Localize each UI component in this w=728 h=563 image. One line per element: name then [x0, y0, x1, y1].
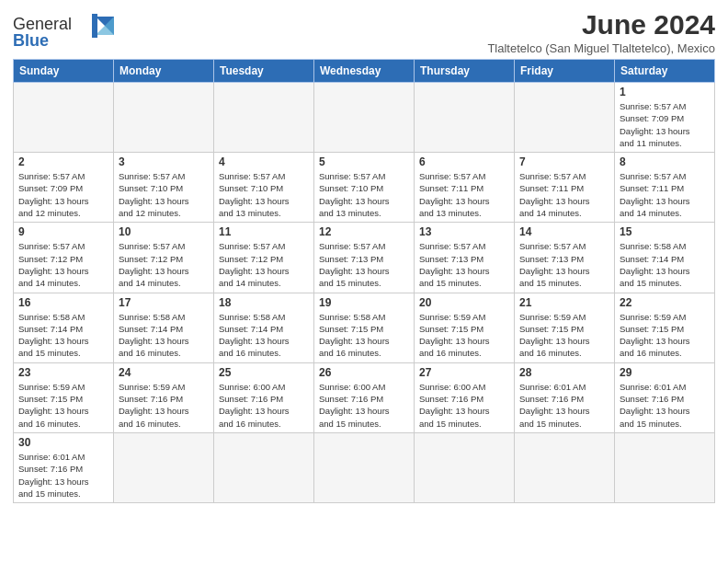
calendar-week-row: 2Sunrise: 5:57 AMSunset: 7:09 PMDaylight… — [14, 153, 715, 223]
day-info: Sunrise: 5:57 AMSunset: 7:10 PMDaylight:… — [119, 170, 209, 219]
day-info: Sunrise: 5:57 AMSunset: 7:10 PMDaylight:… — [219, 170, 309, 219]
calendar-day-cell: 3Sunrise: 5:57 AMSunset: 7:10 PMDaylight… — [114, 153, 214, 223]
day-number: 13 — [419, 225, 509, 238]
day-info: Sunrise: 5:59 AMSunset: 7:15 PMDaylight:… — [18, 381, 108, 430]
calendar-day-cell: 23Sunrise: 5:59 AMSunset: 7:15 PMDayligh… — [14, 362, 114, 432]
day-info: Sunrise: 5:58 AMSunset: 7:14 PMDaylight:… — [219, 311, 309, 360]
calendar-day-cell: 22Sunrise: 5:59 AMSunset: 7:15 PMDayligh… — [615, 293, 715, 362]
day-number: 6 — [419, 155, 509, 168]
calendar-day-cell: 26Sunrise: 6:00 AMSunset: 7:16 PMDayligh… — [314, 362, 415, 432]
day-number: 15 — [620, 225, 710, 238]
day-number: 7 — [519, 155, 609, 168]
day-info: Sunrise: 5:57 AMSunset: 7:09 PMDaylight:… — [620, 100, 710, 149]
day-info: Sunrise: 5:57 AMSunset: 7:09 PMDaylight:… — [18, 170, 108, 219]
calendar-week-row: 1Sunrise: 5:57 AMSunset: 7:09 PMDaylight… — [14, 83, 715, 153]
weekday-header: Thursday — [415, 60, 515, 83]
calendar-day-cell: 8Sunrise: 5:57 AMSunset: 7:11 PMDaylight… — [615, 153, 715, 223]
day-number: 10 — [119, 225, 209, 238]
header: General Blue June 2024 Tlaltetelco (San … — [13, 9, 715, 55]
day-info: Sunrise: 5:58 AMSunset: 7:14 PMDaylight:… — [18, 311, 108, 360]
day-info: Sunrise: 6:01 AMSunset: 7:16 PMDaylight:… — [18, 451, 108, 500]
day-number: 29 — [620, 366, 710, 379]
calendar-week-row: 23Sunrise: 5:59 AMSunset: 7:15 PMDayligh… — [14, 362, 715, 432]
day-info: Sunrise: 6:00 AMSunset: 7:16 PMDaylight:… — [219, 381, 309, 430]
calendar-day-cell: 16Sunrise: 5:58 AMSunset: 7:14 PMDayligh… — [14, 293, 114, 362]
day-number: 26 — [319, 366, 409, 379]
day-number: 19 — [319, 296, 409, 309]
day-number: 11 — [219, 225, 309, 238]
logo: General Blue — [13, 9, 114, 53]
day-info: Sunrise: 5:57 AMSunset: 7:13 PMDaylight:… — [319, 240, 409, 289]
day-info: Sunrise: 6:01 AMSunset: 7:16 PMDaylight:… — [620, 381, 710, 430]
day-info: Sunrise: 5:59 AMSunset: 7:15 PMDaylight:… — [519, 311, 609, 360]
day-number: 8 — [620, 155, 710, 168]
calendar-day-cell: 24Sunrise: 5:59 AMSunset: 7:16 PMDayligh… — [114, 362, 214, 432]
svg-rect-4 — [92, 14, 97, 38]
day-info: Sunrise: 5:59 AMSunset: 7:15 PMDaylight:… — [620, 311, 710, 360]
calendar-day-cell: 17Sunrise: 5:58 AMSunset: 7:14 PMDayligh… — [114, 293, 214, 362]
day-number: 25 — [219, 366, 309, 379]
calendar-day-cell: 13Sunrise: 5:57 AMSunset: 7:13 PMDayligh… — [415, 223, 515, 293]
calendar-day-cell — [114, 83, 214, 153]
day-info: Sunrise: 6:00 AMSunset: 7:16 PMDaylight:… — [319, 381, 409, 430]
calendar-table: SundayMondayTuesdayWednesdayThursdayFrid… — [13, 59, 715, 503]
calendar-day-cell: 1Sunrise: 5:57 AMSunset: 7:09 PMDaylight… — [615, 83, 715, 153]
calendar-day-cell: 4Sunrise: 5:57 AMSunset: 7:10 PMDaylight… — [214, 153, 314, 223]
calendar-day-cell: 21Sunrise: 5:59 AMSunset: 7:15 PMDayligh… — [515, 293, 615, 362]
day-info: Sunrise: 5:59 AMSunset: 7:16 PMDaylight:… — [119, 381, 209, 430]
calendar-day-cell: 7Sunrise: 5:57 AMSunset: 7:11 PMDaylight… — [515, 153, 615, 223]
weekday-header-row: SundayMondayTuesdayWednesdayThursdayFrid… — [14, 60, 715, 83]
day-info: Sunrise: 5:57 AMSunset: 7:12 PMDaylight:… — [18, 240, 108, 289]
month-year: June 2024 — [487, 9, 715, 40]
day-number: 16 — [18, 296, 108, 309]
day-info: Sunrise: 5:59 AMSunset: 7:15 PMDaylight:… — [419, 311, 509, 360]
day-info: Sunrise: 5:57 AMSunset: 7:10 PMDaylight:… — [319, 170, 409, 219]
calendar-day-cell — [615, 432, 715, 502]
calendar-day-cell — [114, 432, 214, 502]
calendar-day-cell: 20Sunrise: 5:59 AMSunset: 7:15 PMDayligh… — [415, 293, 515, 362]
weekday-header: Saturday — [615, 60, 715, 83]
day-number: 2 — [18, 155, 108, 168]
day-number: 9 — [18, 225, 108, 238]
calendar-week-row: 30Sunrise: 6:01 AMSunset: 7:16 PMDayligh… — [14, 432, 715, 502]
calendar-day-cell: 19Sunrise: 5:58 AMSunset: 7:15 PMDayligh… — [314, 293, 415, 362]
day-number: 5 — [319, 155, 409, 168]
day-info: Sunrise: 5:57 AMSunset: 7:12 PMDaylight:… — [219, 240, 309, 289]
day-info: Sunrise: 5:57 AMSunset: 7:12 PMDaylight:… — [119, 240, 209, 289]
weekday-header: Tuesday — [214, 60, 314, 83]
calendar-day-cell — [415, 83, 515, 153]
day-info: Sunrise: 5:58 AMSunset: 7:15 PMDaylight:… — [319, 311, 409, 360]
calendar-day-cell: 27Sunrise: 6:00 AMSunset: 7:16 PMDayligh… — [415, 362, 515, 432]
calendar-day-cell: 5Sunrise: 5:57 AMSunset: 7:10 PMDaylight… — [314, 153, 415, 223]
day-number: 12 — [319, 225, 409, 238]
calendar-day-cell: 11Sunrise: 5:57 AMSunset: 7:12 PMDayligh… — [214, 223, 314, 293]
calendar-day-cell — [515, 83, 615, 153]
location: Tlaltetelco (San Miguel Tlaltetelco), Me… — [487, 41, 715, 55]
svg-text:Blue: Blue — [13, 31, 49, 50]
day-info: Sunrise: 5:57 AMSunset: 7:11 PMDaylight:… — [519, 170, 609, 219]
day-number: 23 — [18, 366, 108, 379]
day-info: Sunrise: 5:57 AMSunset: 7:13 PMDaylight:… — [519, 240, 609, 289]
calendar-day-cell: 6Sunrise: 5:57 AMSunset: 7:11 PMDaylight… — [415, 153, 515, 223]
calendar-page: General Blue June 2024 Tlaltetelco (San … — [0, 0, 728, 512]
day-number: 17 — [119, 296, 209, 309]
calendar-week-row: 9Sunrise: 5:57 AMSunset: 7:12 PMDaylight… — [14, 223, 715, 293]
calendar-day-cell: 18Sunrise: 5:58 AMSunset: 7:14 PMDayligh… — [214, 293, 314, 362]
calendar-day-cell — [214, 83, 314, 153]
calendar-day-cell: 10Sunrise: 5:57 AMSunset: 7:12 PMDayligh… — [114, 223, 214, 293]
calendar-day-cell: 29Sunrise: 6:01 AMSunset: 7:16 PMDayligh… — [615, 362, 715, 432]
svg-text:General: General — [13, 15, 72, 33]
day-number: 4 — [219, 155, 309, 168]
day-number: 22 — [620, 296, 710, 309]
day-info: Sunrise: 5:58 AMSunset: 7:14 PMDaylight:… — [620, 240, 710, 289]
day-number: 1 — [620, 86, 710, 98]
day-number: 30 — [18, 436, 108, 449]
day-number: 18 — [219, 296, 309, 309]
logo-svg: General Blue — [13, 9, 114, 50]
day-number: 24 — [119, 366, 209, 379]
calendar-day-cell: 28Sunrise: 6:01 AMSunset: 7:16 PMDayligh… — [515, 362, 615, 432]
calendar-day-cell — [314, 83, 415, 153]
calendar-week-row: 16Sunrise: 5:58 AMSunset: 7:14 PMDayligh… — [14, 293, 715, 362]
logo-text: General Blue — [13, 9, 114, 53]
calendar-day-cell: 14Sunrise: 5:57 AMSunset: 7:13 PMDayligh… — [515, 223, 615, 293]
